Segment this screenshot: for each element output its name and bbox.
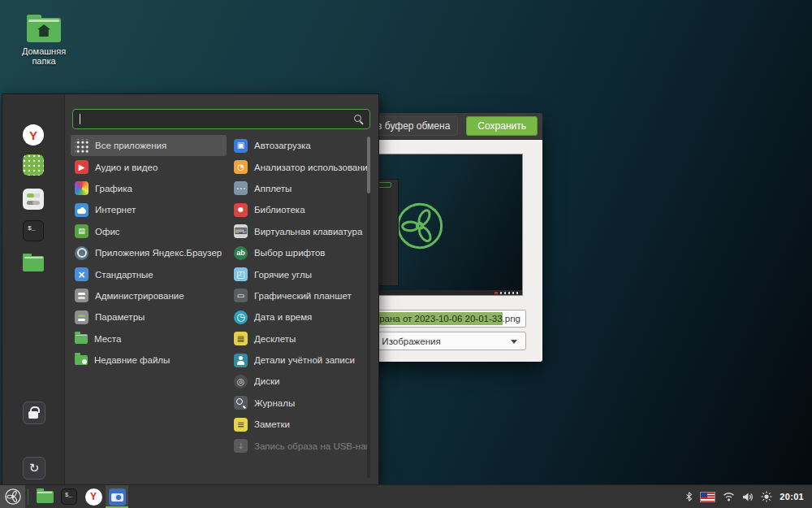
search-input[interactable]	[73, 110, 369, 128]
save-folder-label: Изображения	[382, 336, 440, 346]
main-menu: Y $_ ↻ Все приложения ▶Аудио и видео Гра…	[2, 93, 379, 485]
keyboard-icon: ⌨	[234, 224, 248, 238]
favorite-terminal-icon[interactable]: $_	[23, 220, 44, 241]
sliders-icon	[75, 289, 89, 302]
volume-icon[interactable]	[742, 492, 754, 502]
applets-dots-icon: ⋯	[234, 181, 248, 195]
desklets-icon: ▦	[234, 332, 248, 345]
lock-screen-button[interactable]	[23, 402, 45, 424]
app-notes[interactable]: ≡Заметки	[230, 414, 369, 435]
favorite-system-settings-icon[interactable]	[23, 189, 44, 210]
app-date-time[interactable]: ◷Дата и время	[230, 306, 369, 328]
usb-writer-icon: ↓	[234, 439, 248, 453]
app-disks[interactable]: ◎Диски	[230, 371, 369, 392]
palette-icon	[75, 181, 89, 195]
app-graphics-tablet[interactable]: ▭Графический планшет	[230, 285, 369, 306]
camera-icon	[109, 488, 126, 506]
logout-button[interactable]: ↻	[23, 457, 45, 480]
taskbar: $_ Y	[0, 484, 812, 508]
logs-magnifier-icon	[234, 396, 248, 410]
disks-icon: ◎	[234, 375, 248, 389]
filename-extension: .png	[503, 314, 520, 323]
disk-usage-pie-icon: ◔	[234, 160, 248, 174]
app-virtual-keyboard[interactable]: ⌨Виртуальная клавиатура	[230, 221, 369, 242]
application-list: ▣Автозагрузка ◔Анализатор использования …	[230, 135, 369, 457]
text-cursor	[80, 114, 80, 124]
save-button[interactable]: Сохранить	[466, 116, 538, 136]
category-internet[interactable]: Интернет	[71, 199, 227, 220]
hot-corners-icon: ◰	[234, 267, 248, 281]
taskbar-screenshot-tool-icon[interactable]	[106, 485, 128, 508]
desktop-icon-home[interactable]: Домашняя папка	[13, 18, 75, 66]
wifi-icon[interactable]	[723, 492, 735, 501]
category-administration[interactable]: Администрирование	[71, 285, 227, 306]
app-account-details[interactable]: Детали учётной записи	[230, 350, 369, 371]
document-icon: ▤	[75, 224, 89, 238]
menu-button[interactable]	[0, 485, 25, 508]
library-icon: ●	[234, 203, 248, 217]
scrollbar-thumb[interactable]	[367, 137, 370, 193]
app-list-scrollbar[interactable]	[367, 137, 370, 478]
font-chooser-icon: ab	[234, 246, 248, 260]
favorite-software-manager-icon[interactable]	[23, 154, 44, 176]
taskbar-terminal-icon[interactable]: $_	[58, 486, 80, 507]
cinnamon-logo-icon	[4, 488, 22, 506]
app-logs[interactable]: Журналы	[230, 393, 369, 414]
category-audio-video[interactable]: ▶Аудио и видео	[71, 156, 227, 177]
cinnamon-logo-icon	[394, 200, 446, 252]
notes-icon: ≡	[234, 418, 248, 432]
favorite-files-icon[interactable]	[23, 253, 44, 274]
taskbar-files-icon[interactable]	[34, 486, 55, 507]
app-grid-icon	[75, 139, 89, 153]
category-office[interactable]: ▤Офис	[71, 221, 227, 242]
favorite-yandex-browser-icon[interactable]: Y	[23, 124, 44, 145]
tools-cross-icon: ×	[75, 267, 89, 281]
category-preferences[interactable]: Параметры	[71, 306, 227, 328]
app-usb-image-writer[interactable]: ↓Запись образа на USB-накоп...	[230, 435, 369, 456]
app-disk-usage-analyzer[interactable]: ◔Анализатор использования ...	[230, 156, 369, 177]
category-list: Все приложения ▶Аудио и видео Графика Ин…	[71, 135, 227, 371]
app-font-chooser[interactable]: abВыбор шрифтов	[230, 242, 369, 263]
brightness-icon[interactable]	[761, 491, 772, 502]
chevron-down-icon	[511, 340, 517, 344]
app-library[interactable]: ●Библиотека	[230, 199, 369, 220]
house-glyph-icon	[37, 24, 50, 37]
desktop-icon-label: Домашняя папка	[13, 46, 75, 66]
graphics-tablet-icon: ▭	[234, 289, 248, 302]
cloud-icon	[75, 203, 89, 217]
category-places[interactable]: Места	[71, 328, 227, 350]
app-autostart[interactable]: ▣Автозагрузка	[230, 135, 369, 156]
folder-clock-icon	[75, 355, 88, 365]
menu-search-box[interactable]	[72, 109, 370, 129]
desktop: Домашняя папка Копировать в буфер обмена…	[0, 0, 812, 508]
menu-sidebar: Y $_ ↻	[2, 94, 65, 484]
folder-icon	[75, 334, 88, 344]
account-person-icon	[234, 354, 248, 367]
taskbar-clock[interactable]: 20:01	[780, 492, 804, 501]
autostart-icon: ▣	[234, 139, 248, 153]
category-recent-files[interactable]: Недавние файлы	[71, 350, 227, 371]
sliders-green-icon	[75, 310, 89, 324]
play-icon: ▶	[75, 160, 89, 174]
category-accessories[interactable]: ×Стандартные	[71, 263, 227, 284]
category-graphics[interactable]: Графика	[71, 178, 227, 199]
system-tray: 20:01	[685, 491, 812, 502]
app-desklets[interactable]: ▦Десклеты	[230, 328, 369, 350]
keyboard-layout-us-flag-icon[interactable]	[700, 492, 715, 502]
yandex-ring-icon	[75, 246, 89, 260]
app-hot-corners[interactable]: ◰Горячие углы	[230, 263, 369, 284]
category-yandex-apps[interactable]: Приложения Яндекс.Браузер	[71, 242, 227, 263]
taskbar-separator	[28, 488, 28, 505]
clock-icon: ◷	[234, 310, 248, 324]
search-icon	[353, 114, 364, 124]
app-applets[interactable]: ⋯Апплеты	[230, 178, 369, 199]
home-folder-icon	[27, 18, 61, 42]
bluetooth-icon[interactable]	[685, 491, 693, 502]
taskbar-yandex-browser-icon[interactable]: Y	[83, 486, 104, 507]
category-all-applications[interactable]: Все приложения	[71, 135, 227, 156]
